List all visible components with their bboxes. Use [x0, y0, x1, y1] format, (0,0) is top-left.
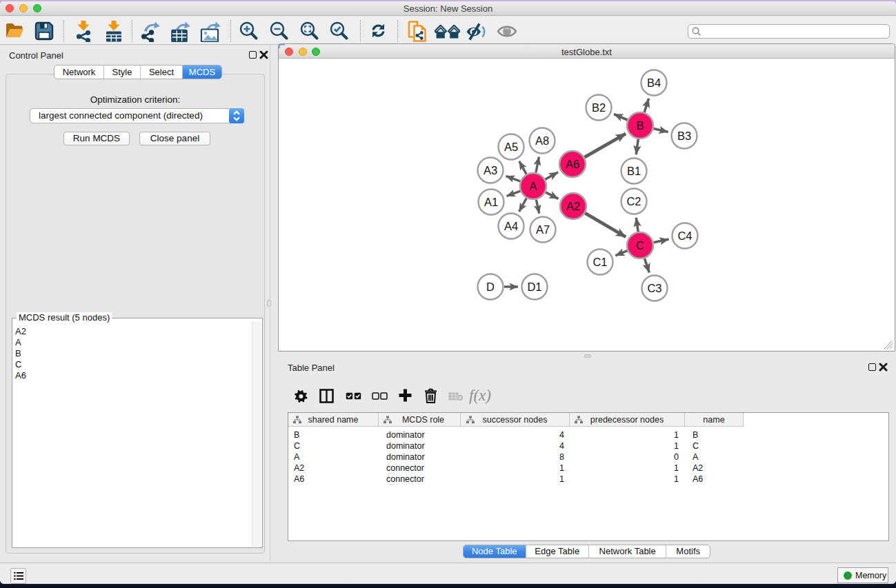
- svg-text:A8: A8: [535, 134, 549, 147]
- svg-text:B2: B2: [592, 101, 606, 114]
- svg-text:A3: A3: [484, 164, 497, 176]
- svg-text:A4: A4: [504, 220, 518, 232]
- svg-text:C4: C4: [677, 230, 692, 242]
- svg-text:C1: C1: [593, 256, 607, 268]
- svg-text:C: C: [636, 239, 644, 252]
- svg-text:D1: D1: [527, 281, 541, 293]
- svg-text:B: B: [636, 119, 644, 132]
- svg-text:A2: A2: [566, 200, 580, 212]
- svg-text:C3: C3: [647, 282, 661, 294]
- svg-text:D: D: [486, 281, 495, 293]
- svg-text:A7: A7: [536, 223, 550, 236]
- svg-text:A1: A1: [484, 196, 498, 208]
- svg-text:A5: A5: [504, 141, 518, 153]
- svg-text:B1: B1: [627, 165, 641, 177]
- svg-text:A: A: [529, 180, 537, 192]
- svg-text:B3: B3: [677, 130, 691, 142]
- svg-text:C2: C2: [626, 195, 641, 207]
- svg-text:A6: A6: [566, 158, 579, 170]
- svg-text:B4: B4: [647, 77, 661, 89]
